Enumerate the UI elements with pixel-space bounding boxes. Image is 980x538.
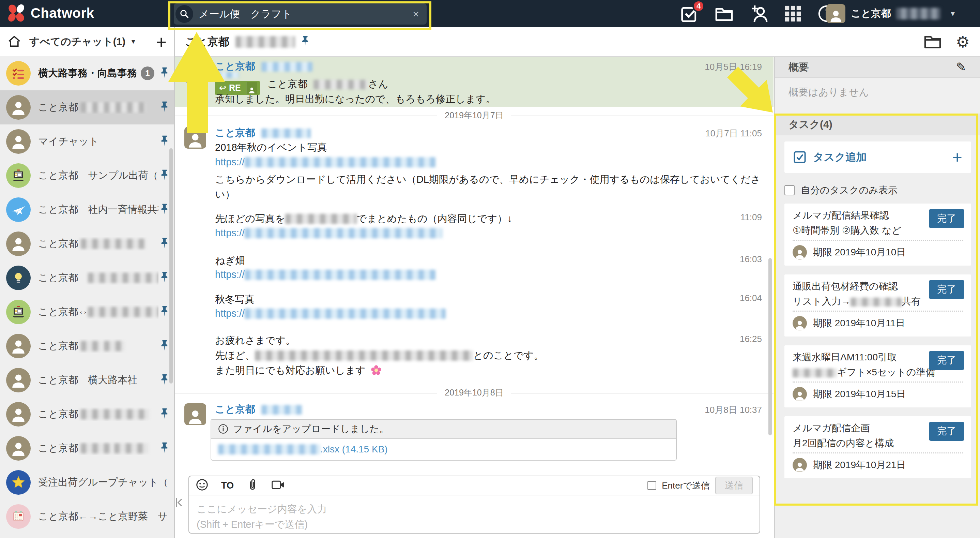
pin-icon[interactable] [161,135,169,148]
search-icon [175,5,193,23]
my-tasks-checkbox[interactable] [784,185,795,195]
file-upload-notice: ファイルをアップロードしました。 [211,420,676,439]
room-settings-gear-icon[interactable]: ⚙ [956,34,970,50]
pin-icon[interactable] [161,67,169,80]
chat-list-item[interactable]: こと京都 横大路本社 [0,363,174,397]
new-chat-button[interactable]: + [156,33,167,51]
message-avatar[interactable] [185,403,206,425]
date-divider: 2019年10月7日 [175,110,773,121]
divider [792,239,963,241]
chat-list-item-selected[interactable]: こと京都 [0,90,174,125]
room-pin-icon[interactable] [301,35,309,48]
chat-name: こと京都←→こと京野菜 サ… [38,510,169,523]
pin-icon[interactable] [161,442,169,455]
task-title: メルマガ配信結果確認 [792,209,889,222]
redacted-text [851,298,902,307]
task-check-icon[interactable]: 4 [681,5,698,22]
add-contact-icon[interactable] [750,5,768,23]
redacted-link [245,157,436,168]
chat-list-item[interactable]: こと京都 [0,261,174,295]
edit-pencil-icon[interactable]: ✎ [956,60,966,74]
search-input[interactable] [193,8,410,20]
chat-list-item[interactable]: こと京都 [0,329,174,363]
chat-list-item[interactable]: こと京都⇔ [0,295,174,329]
add-task-button[interactable]: タスク追加 + [784,142,971,173]
pin-icon[interactable] [161,101,169,114]
chat-scrollbar[interactable] [768,258,772,435]
pin-icon[interactable] [161,203,169,216]
task-due-row: 期限 2019年10月11日 [792,316,905,330]
divider [792,452,963,453]
message-input[interactable]: ここにメッセージ内容を入力 (Shift + Enterキーで送信) [189,495,759,532]
link-text[interactable]: https:// [215,308,245,319]
task-count-badge: 4 [692,0,705,12]
task-done-button[interactable]: 完了 [929,351,964,370]
message-highlighted: こと京都 10月5日 16:19 ↩ RE こと京都 さん 承知しました。明日出… [175,57,773,107]
user-menu[interactable]: こと京都 ▼ [826,0,956,27]
sender-name[interactable]: こと京都 [215,61,255,72]
enter-to-send-label: Enterで送信 [662,480,710,492]
chat-name: こと京都 [38,407,158,421]
chat-list-item[interactable]: こと京都 [0,397,174,431]
sender-name[interactable]: こと京都 [215,404,255,415]
redacted-sender-suffix [261,62,312,72]
link-text[interactable]: https:// [215,156,245,168]
room-files-folder-icon[interactable] [924,34,942,50]
chat-list-item[interactable]: こと京都 社内一斉情報共有 [0,193,174,227]
file-link[interactable]: .xlsx (14.15 KB) [211,439,676,460]
task-done-button[interactable]: 完了 [929,280,964,299]
chat-list-item[interactable]: こと京都 [0,431,174,465]
chat-filter-dropdown[interactable]: すべてのチャット(1) [29,35,126,49]
chat-list-item[interactable]: 受注出荷グループチャット（… [0,465,174,500]
video-camera-icon[interactable] [271,479,285,492]
chat-list-item[interactable]: 横大路事務・向島事務… 1 [0,56,174,90]
message-timeline: こと京都 10月5日 16:19 ↩ RE こと京都 さん 承知しました。明日出… [175,57,773,538]
chat-list-item[interactable]: こと京都 サンプル出荷（そ… [0,158,174,193]
emoji-icon[interactable] [196,479,208,492]
chat-room-title: こと京都 [185,34,229,49]
logo-text: Chatwork [31,5,94,21]
search-clear-icon[interactable]: × [410,8,426,21]
composer-collapse-icon[interactable] [175,496,184,510]
add-task-plus-icon[interactable]: + [952,148,962,166]
chat-name: こと京都 [38,237,158,251]
chat-list-item[interactable]: こと京都←→こと京野菜 サ… [0,500,174,533]
chevron-down-icon[interactable]: ▼ [130,38,136,45]
chatwork-logo[interactable]: Chatwork [8,4,94,22]
task-done-button[interactable]: 完了 [929,422,964,441]
message-line: お疲れさまです。 [215,334,296,347]
attach-paperclip-icon[interactable] [247,479,258,492]
task-done-button[interactable]: 完了 [929,209,964,228]
sidebar-scrollbar[interactable] [169,148,173,383]
task-title: 通販出荷包材経費の確認 [792,280,898,293]
pin-icon[interactable] [161,408,169,421]
pin-icon[interactable] [161,271,169,284]
my-tasks-filter: 自分のタスクのみ表示 [784,184,897,197]
calendar-group-icon [6,504,31,529]
sender-name[interactable]: こと京都 [215,127,255,138]
chat-name: こと京都⇔ [38,305,158,319]
divider [792,311,963,311]
send-button[interactable]: 送信 [715,477,753,494]
mention-to-button[interactable]: TO [221,481,234,491]
laptop-group-icon [6,163,31,188]
reply-target-name: こと京都 [267,78,307,89]
pin-icon[interactable] [161,169,169,182]
link-text[interactable]: https:// [215,269,245,280]
message-avatar[interactable] [185,127,206,148]
pin-icon[interactable] [161,237,169,250]
message-link: https:// [215,308,446,319]
message-avatar[interactable] [185,61,206,83]
chat-list-item[interactable]: こと京都 [0,227,174,261]
folder-icon[interactable] [715,6,733,21]
pin-icon[interactable] [161,374,169,386]
chat-list-item[interactable]: マイチャット [0,125,174,158]
task-card: メルマガ配信企画 月2回配信の内容と構成 完了 期限 2019年10月21日 [784,416,971,478]
pin-icon[interactable] [161,340,169,353]
home-icon[interactable] [8,35,21,49]
link-text[interactable]: https:// [215,227,245,238]
enter-to-send-checkbox[interactable] [648,481,656,490]
down-arrow-icon: ↓ [508,213,512,224]
apps-grid-icon[interactable] [784,5,802,22]
pin-icon[interactable] [161,305,169,318]
